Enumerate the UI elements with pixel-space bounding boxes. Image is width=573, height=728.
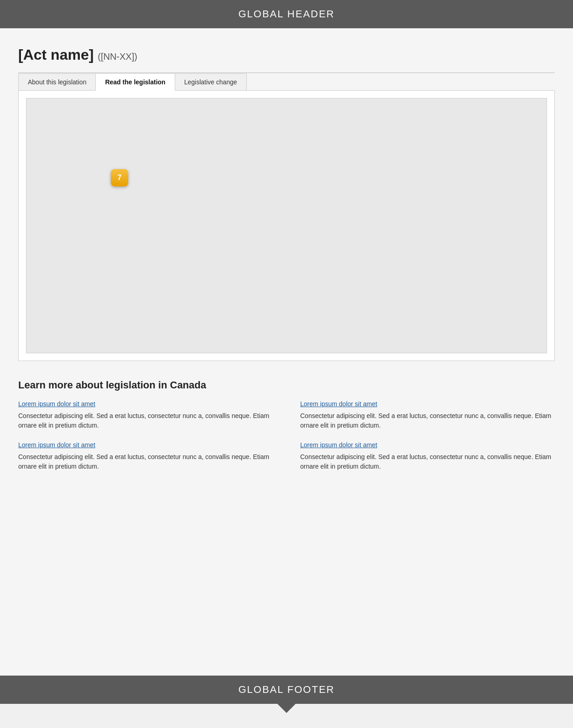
tabs-container: About this legislation Read the legislat… bbox=[18, 73, 555, 90]
learn-more-text-2: Consectetur adipiscing elit. Sed a erat … bbox=[18, 452, 273, 471]
header-arrow-up-icon bbox=[277, 0, 296, 1]
tab-change-label: Legislative change bbox=[184, 78, 237, 86]
global-footer: GLOBAL FOOTER bbox=[0, 676, 573, 704]
learn-more-grid: Lorem ipsum dolor sit amet Consectetur a… bbox=[18, 400, 555, 482]
map-area: 7 bbox=[26, 98, 547, 353]
list-item: Lorem ipsum dolor sit amet Consectetur a… bbox=[300, 400, 555, 430]
tab-read-label: Read the legislation bbox=[105, 78, 165, 86]
main-content: [Act name] ([NN-XX]) About this legislat… bbox=[0, 28, 573, 676]
learn-more-title: Learn more about legislation in Canada bbox=[18, 379, 555, 391]
list-item: Lorem ipsum dolor sit amet Consectetur a… bbox=[18, 400, 273, 430]
learn-more-link-2[interactable]: Lorem ipsum dolor sit amet bbox=[18, 441, 273, 449]
global-header: GLOBAL HEADER bbox=[0, 0, 573, 28]
map-badge: 7 bbox=[111, 169, 128, 186]
learn-more-link-1[interactable]: Lorem ipsum dolor sit amet bbox=[300, 400, 555, 408]
learn-more-link-3[interactable]: Lorem ipsum dolor sit amet bbox=[300, 441, 555, 449]
tab-change[interactable]: Legislative change bbox=[175, 73, 247, 91]
act-title: [Act name] ([NN-XX]) bbox=[18, 46, 555, 63]
tab-about-label: About this legislation bbox=[28, 78, 86, 86]
tab-read[interactable]: Read the legislation bbox=[95, 73, 175, 91]
act-code: ([NN-XX]) bbox=[98, 52, 137, 62]
learn-more-text-0: Consectetur adipiscing elit. Sed a erat … bbox=[18, 411, 273, 430]
act-name: [Act name] bbox=[18, 46, 94, 63]
tab-panel: 7 bbox=[18, 90, 555, 361]
footer-label: GLOBAL FOOTER bbox=[238, 684, 334, 695]
learn-more-link-0[interactable]: Lorem ipsum dolor sit amet bbox=[18, 400, 273, 408]
header-label: GLOBAL HEADER bbox=[238, 8, 334, 20]
list-item: Lorem ipsum dolor sit amet Consectetur a… bbox=[300, 441, 555, 471]
learn-more-text-3: Consectetur adipiscing elit. Sed a erat … bbox=[300, 452, 555, 471]
map-badge-number: 7 bbox=[118, 174, 122, 182]
learn-more-text-1: Consectetur adipiscing elit. Sed a erat … bbox=[300, 411, 555, 430]
tab-about[interactable]: About this legislation bbox=[18, 73, 96, 91]
footer-arrow-down-icon bbox=[277, 704, 296, 713]
list-item: Lorem ipsum dolor sit amet Consectetur a… bbox=[18, 441, 273, 471]
learn-more-section: Learn more about legislation in Canada L… bbox=[18, 379, 555, 501]
